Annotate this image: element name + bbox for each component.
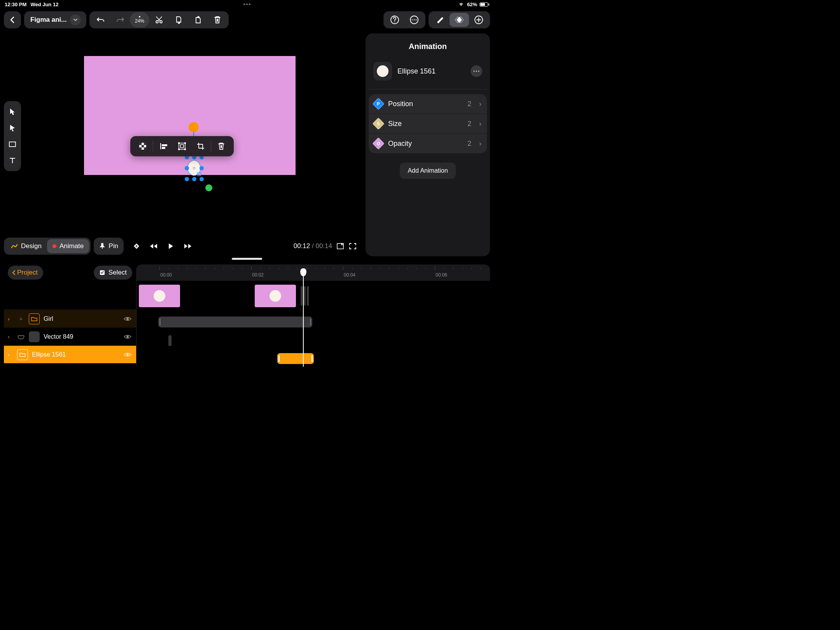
play-button[interactable] <box>163 239 178 254</box>
more-button[interactable] <box>404 11 424 28</box>
zoom-indicator[interactable]: 24% <box>130 11 149 28</box>
animate-label: Animate <box>60 242 84 250</box>
align-button[interactable] <box>155 138 172 155</box>
selection-handle[interactable] <box>185 177 189 181</box>
selection-context-bar <box>130 136 234 156</box>
timeline-ruler[interactable]: 00:00 00:02 00:04 00:06 <box>136 264 490 281</box>
tick: 00:04 <box>344 272 355 278</box>
effects-tab[interactable] <box>430 13 450 27</box>
position-icon: P <box>372 98 384 110</box>
property-label: Position <box>388 100 462 108</box>
svg-rect-23 <box>178 149 180 150</box>
visibility-toggle[interactable] <box>123 332 132 341</box>
add-button[interactable] <box>469 13 488 27</box>
down-arrow-icon <box>17 316 25 322</box>
design-mode-button[interactable]: Design <box>5 239 47 253</box>
scene-thumbnail[interactable] <box>139 285 180 307</box>
track-clip-selected[interactable] <box>277 353 314 364</box>
group-button[interactable] <box>173 138 191 155</box>
playhead[interactable] <box>303 269 304 367</box>
panel-drag-handle[interactable] <box>232 258 262 260</box>
text-tool[interactable] <box>4 152 21 169</box>
animate-mode-button[interactable]: Animate <box>47 239 89 253</box>
back-button[interactable] <box>4 11 21 28</box>
layer-row-girl[interactable]: › Girl <box>4 310 136 327</box>
select-tool[interactable] <box>4 103 21 120</box>
project-back-button[interactable]: Project <box>8 266 43 280</box>
selection-handle[interactable] <box>200 166 204 170</box>
mask-icon <box>17 334 25 340</box>
expand-icon[interactable]: › <box>8 352 13 358</box>
transparency-button[interactable] <box>134 138 151 155</box>
expand-icon[interactable]: › <box>8 334 13 340</box>
selected-ellipse[interactable]: E <box>187 160 201 176</box>
svg-point-7 <box>416 19 417 21</box>
multitask-dots[interactable] <box>243 4 250 5</box>
canvas[interactable]: E <box>84 56 296 175</box>
selection-handle[interactable] <box>192 177 196 181</box>
help-button[interactable] <box>385 11 404 28</box>
svg-point-30 <box>126 318 129 320</box>
property-position[interactable]: P Position 2 › <box>369 94 487 114</box>
cut-button[interactable] <box>149 11 169 28</box>
select-button[interactable]: Select <box>94 266 132 280</box>
trash-button[interactable] <box>213 138 230 155</box>
visibility-toggle[interactable] <box>123 350 132 359</box>
visibility-toggle[interactable] <box>123 314 132 324</box>
keyframe-markers[interactable] <box>301 286 309 306</box>
forward-button[interactable] <box>180 239 195 254</box>
chevron-right-icon: › <box>479 100 481 108</box>
project-selector[interactable]: Figma ani... <box>24 11 86 28</box>
time-total: 00:14 <box>315 242 332 250</box>
object-options-button[interactable] <box>471 65 482 77</box>
crop-button[interactable] <box>192 138 209 155</box>
timeline-lanes[interactable] <box>136 281 490 367</box>
keyframe-count: 2 <box>467 120 471 128</box>
layer-row-ellipse[interactable]: › Ellipse 1561 <box>4 345 136 363</box>
direct-select-tool[interactable] <box>4 120 21 136</box>
layer-name: Vector 849 <box>44 333 119 340</box>
folder-icon <box>29 313 40 324</box>
pin-button[interactable]: Pin <box>94 238 124 255</box>
frame-fit-button[interactable] <box>336 242 345 250</box>
size-icon: S <box>372 117 384 130</box>
layer-row-vector[interactable]: › Vector 849 <box>4 327 136 345</box>
expand-icon[interactable]: › <box>8 316 13 322</box>
timeline-tracks: › Girl › Vector 849 › Ellipse 1561 <box>4 281 490 367</box>
layer-name: Girl <box>44 315 119 322</box>
wifi-icon <box>459 1 465 7</box>
svg-point-5 <box>412 19 413 21</box>
chevron-right-icon: › <box>479 120 481 128</box>
svg-rect-16 <box>160 143 161 149</box>
fullscreen-button[interactable] <box>348 242 357 250</box>
redo-button[interactable] <box>110 11 130 28</box>
chevron-right-icon: › <box>479 140 481 148</box>
panel-title: Animation <box>366 33 490 58</box>
svg-rect-22 <box>184 142 186 144</box>
tick: 00:06 <box>436 272 447 278</box>
svg-rect-13 <box>142 145 144 147</box>
scene-thumbnail[interactable] <box>255 285 296 307</box>
paste-button[interactable] <box>188 11 208 28</box>
layer-list: › Girl › Vector 849 › Ellipse 1561 <box>4 281 136 367</box>
track-clip[interactable] <box>168 335 172 346</box>
rewind-button[interactable] <box>146 239 161 254</box>
track-clip[interactable] <box>158 317 312 327</box>
time-current: 00:12 <box>294 242 310 250</box>
property-opacity[interactable]: O Opacity 2 › <box>369 134 487 153</box>
property-size[interactable]: S Size 2 › <box>369 114 487 134</box>
opacity-icon: O <box>372 137 384 149</box>
undo-button[interactable] <box>91 11 110 28</box>
animation-tab[interactable] <box>450 13 469 27</box>
selection-handle[interactable] <box>200 177 204 181</box>
add-animation-button[interactable]: Add Animation <box>400 163 455 179</box>
selection-handle[interactable] <box>185 166 189 170</box>
canvas-orange-circle[interactable] <box>189 122 199 132</box>
property-list: P Position 2 › S Size 2 › O Opacity 2 › <box>369 94 487 153</box>
canvas-green-circle[interactable] <box>205 184 212 191</box>
svg-rect-12 <box>144 143 146 145</box>
copy-button[interactable] <box>169 11 188 28</box>
shape-tool[interactable] <box>4 136 21 152</box>
delete-button[interactable] <box>208 11 227 28</box>
keyframe-button[interactable] <box>129 239 144 254</box>
